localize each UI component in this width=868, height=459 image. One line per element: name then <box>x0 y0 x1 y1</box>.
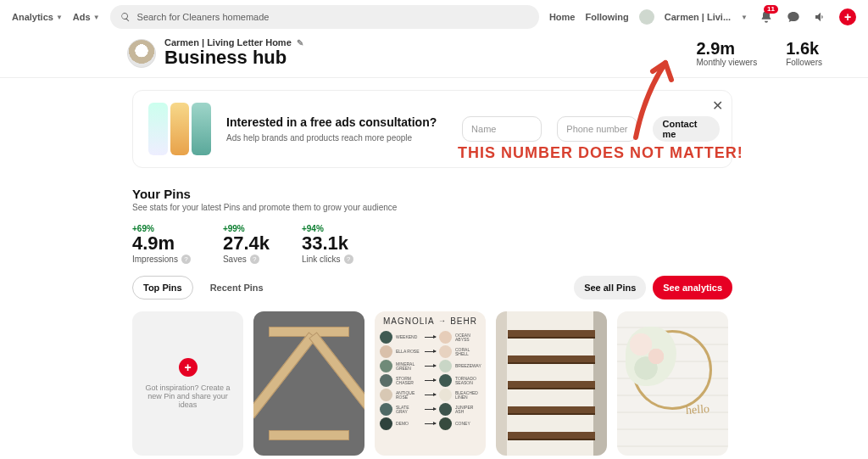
edit-icon[interactable]: ✎ <box>297 38 303 48</box>
tab-top-pins[interactable]: Top Pins <box>132 276 193 299</box>
impressions-stat: +69% 4.9m Impressions? <box>132 224 191 264</box>
updates-icon[interactable] <box>812 8 829 25</box>
search-icon <box>120 12 131 22</box>
name-field[interactable]: Name <box>462 116 542 142</box>
search-placeholder: Search for Cleaners homemade <box>137 12 270 22</box>
search-input[interactable]: Search for Cleaners homemade <box>110 5 539 29</box>
linkclicks-stat: +94% 33.1k Link clicks? <box>302 224 353 264</box>
page-title: Business hub <box>164 47 303 69</box>
close-icon[interactable]: ✕ <box>712 98 723 114</box>
create-button[interactable]: + <box>839 8 856 25</box>
promo-thumbs <box>148 103 211 155</box>
chevron-down-icon[interactable]: ▼ <box>741 14 748 21</box>
help-icon[interactable]: ? <box>250 255 259 264</box>
tab-recent-pins[interactable]: Recent Pins <box>200 276 274 299</box>
pin-card[interactable]: MAGNOLIA→BEHR WEEKENDOCEAN ABYSSELLA ROS… <box>375 311 486 456</box>
pin-card[interactable] <box>253 311 364 456</box>
see-all-pins-button[interactable]: See all Pins <box>574 276 646 299</box>
create-pin-card[interactable]: + Got inspiration? Create a new Pin and … <box>132 311 243 456</box>
avatar-icon[interactable] <box>639 9 654 25</box>
pin-grid: + Got inspiration? Create a new Pin and … <box>132 311 732 456</box>
pins-tabs: Top Pins Recent Pins See all Pins See an… <box>132 276 732 299</box>
pin-card[interactable] <box>496 311 607 456</box>
followers-stat: 1.6k Followers <box>786 39 822 67</box>
chevron-down-icon: ▼ <box>56 14 63 21</box>
notifications-icon[interactable]: 11 <box>758 8 775 25</box>
ads-menu[interactable]: Ads▼ <box>73 12 100 22</box>
help-icon[interactable]: ? <box>344 255 353 264</box>
user-menu[interactable]: Carmen | Livi... <box>665 12 731 22</box>
promo-sub: Ads help brands and products reach more … <box>226 133 447 143</box>
profile-avatar[interactable] <box>127 39 156 68</box>
help-icon[interactable]: ? <box>181 255 191 264</box>
following-link[interactable]: Following <box>585 12 628 22</box>
promo-heading: Interested in a free ads consultation? <box>226 115 447 131</box>
ads-promo-card: Interested in a free ads consultation? A… <box>132 90 732 168</box>
saves-stat: +99% 27.4k Saves? <box>223 224 270 264</box>
your-pins-title: Your Pins <box>132 187 732 201</box>
nav-right: Home Following Carmen | Livi... ▼ 11 + <box>549 8 856 25</box>
create-pin-text: Got inspiration? Create a new Pin and sh… <box>142 383 233 409</box>
notif-badge: 11 <box>764 5 778 14</box>
analytics-menu[interactable]: Analytics▼ <box>12 12 63 22</box>
messages-icon[interactable] <box>785 8 802 25</box>
your-pins-sub: See stats for your latest Pins and promo… <box>132 203 732 212</box>
phone-field[interactable]: Phone number <box>557 116 637 142</box>
see-analytics-button[interactable]: See analytics <box>653 276 732 299</box>
home-link[interactable]: Home <box>549 12 576 22</box>
contact-me-button[interactable]: Contact me <box>653 116 720 142</box>
stats-row: +69% 4.9m Impressions? +99% 27.4k Saves?… <box>132 224 732 264</box>
chevron-down-icon: ▼ <box>93 14 100 21</box>
pin-card[interactable]: hello <box>617 311 728 456</box>
plus-icon: + <box>179 358 198 377</box>
monthly-viewers-stat: 2.9m Monthly viewers <box>697 39 758 67</box>
page-header: Carmen | Living Letter Home✎ Business hu… <box>0 34 868 78</box>
top-nav: Analytics▼ Ads▼ Search for Cleaners home… <box>0 0 868 34</box>
